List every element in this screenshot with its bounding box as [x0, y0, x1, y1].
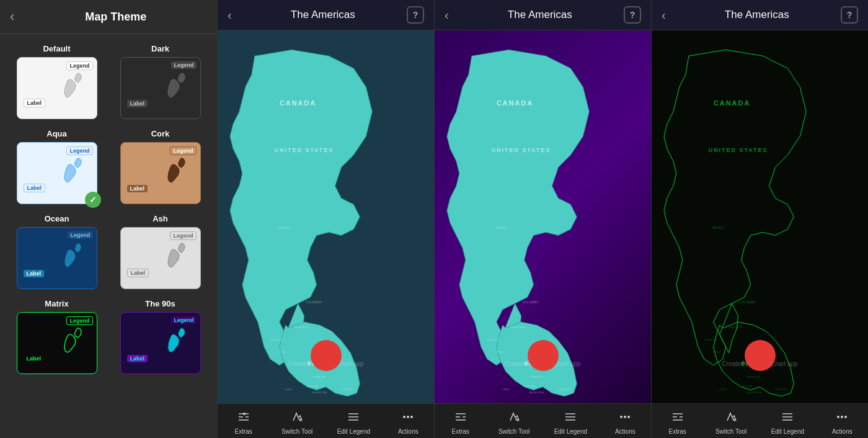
svg-point-24 — [410, 416, 413, 418]
panel3-edit-legend-button[interactable]: Edit Legend — [766, 409, 809, 436]
theme-preview-ocean[interactable]: Legend Label — [17, 227, 97, 289]
theme-grid: Default Legend Label Dark Legend Label — [0, 34, 217, 384]
edit-legend-icon-3 — [781, 410, 794, 427]
svg-point-45 — [620, 416, 622, 418]
theme-item-dark[interactable]: Dark Legend Label — [108, 39, 212, 124]
svg-point-17 — [243, 413, 246, 415]
panel3-switch-tool-button[interactable]: Switch Tool — [711, 409, 751, 436]
back-icon[interactable]: ‹ — [10, 9, 14, 25]
label-ocean: Label — [24, 270, 45, 277]
svg-text:VENEZUELA: VENEZUELA — [511, 326, 526, 329]
legend-dark: Legend — [171, 61, 196, 69]
panel3-extras-label: Extras — [668, 428, 686, 435]
label-cork: Label — [127, 185, 148, 192]
legend-default: Legend — [66, 61, 92, 70]
legend-ash: Legend — [170, 231, 196, 240]
theme-item-aqua[interactable]: Aqua Legend Label ✓ — [5, 124, 108, 209]
theme-preview-default[interactable]: Legend Label — [17, 57, 97, 119]
panel1-record-button[interactable] — [311, 340, 342, 371]
svg-text:ECUADOR: ECUADOR — [704, 338, 717, 341]
map-panel-3: ‹ The Americas ? CANADA UNITED STATES BR… — [651, 0, 868, 438]
svg-text:MEXICO: MEXICO — [712, 226, 725, 230]
panel1-extras-button[interactable]: Extras — [225, 409, 262, 436]
theme-name-dark: Dark — [151, 44, 169, 53]
preview-inner-cork: Legend Label — [120, 142, 201, 204]
svg-text:BOLIVIA: BOLIVIA — [309, 385, 319, 388]
svg-text:CHILE: CHILE — [502, 388, 510, 391]
panel2-switch-tool-button[interactable]: Switch Tool — [494, 409, 534, 436]
svg-text:CANADA: CANADA — [714, 99, 750, 107]
preview-inner-default: Legend Label — [17, 57, 97, 119]
map-canvas-2[interactable]: CANADA UNITED STATES BRAZIL MEXICO COLOM… — [435, 30, 651, 403]
theme-name-ocean: Ocean — [45, 214, 69, 223]
map-header-2: ‹ The Americas ? — [435, 0, 651, 30]
theme-preview-ash[interactable]: Legend Label — [120, 227, 201, 289]
svg-text:MEXICO: MEXICO — [495, 226, 508, 230]
map-panel-1: ‹ The Americas ? CANADA UNITED STATES BR… — [217, 0, 434, 438]
svg-text:COLOMBIA: COLOMBIA — [522, 300, 539, 304]
theme-preview-dark[interactable]: Legend Label — [120, 57, 201, 119]
panel1-edit-legend-button[interactable]: Edit Legend — [332, 409, 375, 436]
panel2-help-button[interactable]: ? — [624, 6, 641, 24]
theme-item-90s[interactable]: The 90s Legend Label — [108, 294, 212, 379]
panel3-actions-button[interactable]: Actions — [823, 409, 861, 436]
panel2-back-icon[interactable]: ‹ — [445, 8, 449, 22]
panel3-back-icon[interactable]: ‹ — [662, 8, 666, 22]
theme-name-cork: Cork — [151, 129, 170, 138]
panel2-extras-button[interactable]: Extras — [442, 409, 479, 436]
panel3-title: The Americas — [673, 9, 841, 21]
extras-icon-3 — [671, 410, 684, 427]
panel1-help-button[interactable]: ? — [407, 6, 424, 24]
theme-item-matrix[interactable]: Matrix Legend Label — [5, 294, 108, 379]
svg-text:CANADA: CANADA — [280, 99, 316, 107]
michigan-svg-cork — [160, 155, 194, 189]
svg-text:URUGUAY: URUGUAY — [776, 388, 788, 391]
theme-preview-matrix[interactable]: Legend Label — [17, 312, 97, 374]
switch-tool-icon-2 — [507, 410, 521, 427]
panel2-actions-button[interactable]: Actions — [606, 409, 644, 436]
panel1-actions-button[interactable]: Actions — [389, 409, 427, 436]
panel2-switch-tool-label: Switch Tool — [498, 428, 529, 435]
preview-inner-90s: Legend Label — [120, 312, 201, 374]
svg-text:CANADA: CANADA — [497, 99, 533, 107]
panel2-record-button[interactable] — [528, 340, 559, 371]
actions-icon-3 — [835, 410, 849, 427]
theme-preview-cork[interactable]: Legend Label — [120, 142, 201, 204]
map-canvas-1[interactable]: CANADA UNITED STATES BRAZIL MEXICO COLOM… — [218, 30, 434, 403]
legend-ocean: Legend — [68, 231, 92, 239]
theme-item-default[interactable]: Default Legend Label — [5, 39, 108, 124]
svg-text:COLOMBIA: COLOMBIA — [305, 300, 322, 304]
legend-90s: Legend — [171, 316, 196, 324]
svg-text:BOLIVIA: BOLIVIA — [526, 385, 536, 388]
panel1-switch-tool-label: Switch Tool — [281, 428, 312, 435]
svg-point-68 — [837, 416, 839, 418]
svg-text:URUGUAY: URUGUAY — [342, 388, 354, 391]
svg-point-23 — [407, 416, 409, 418]
sidebar-title: Map Theme — [24, 11, 207, 24]
panel1-back-icon[interactable]: ‹ — [228, 8, 232, 22]
panel3-record-button[interactable] — [745, 340, 776, 371]
theme-preview-aqua[interactable]: Legend Label ✓ — [17, 142, 97, 204]
panel3-actions-label: Actions — [832, 428, 852, 435]
legend-cork: Legend — [170, 146, 196, 155]
switch-tool-icon-3 — [724, 410, 738, 427]
panel1-actions-label: Actions — [398, 428, 418, 435]
panel1-switch-tool-button[interactable]: Switch Tool — [277, 409, 317, 436]
panel3-help-button[interactable]: ? — [841, 6, 858, 24]
panel2-edit-legend-button[interactable]: Edit Legend — [549, 409, 592, 436]
theme-preview-90s[interactable]: Legend Label — [120, 312, 201, 374]
theme-item-ash[interactable]: Ash Legend Label — [108, 209, 212, 294]
map-canvas-3[interactable]: CANADA UNITED STATES BRAZIL MEXICO COLOM… — [652, 30, 868, 403]
sidebar-header: ‹ Map Theme — [0, 0, 217, 34]
michigan-svg-matrix — [56, 325, 91, 359]
svg-text:CHILE: CHILE — [285, 388, 293, 391]
map-toolbar-1: Extras Switch Tool Edit Legend Actions — [218, 403, 434, 438]
theme-item-cork[interactable]: Cork Legend Label — [108, 124, 212, 209]
label-90s: Label — [127, 355, 148, 362]
map-panel-2: ‹ The Americas ? CANADA UNITED STATES BR… — [434, 0, 651, 438]
switch-tool-icon-1 — [290, 410, 304, 427]
panel3-extras-button[interactable]: Extras — [659, 409, 696, 436]
panel3-switch-tool-label: Switch Tool — [715, 428, 746, 435]
svg-text:UNITED STATES: UNITED STATES — [275, 147, 334, 153]
theme-item-ocean[interactable]: Ocean Legend Label — [5, 209, 108, 294]
